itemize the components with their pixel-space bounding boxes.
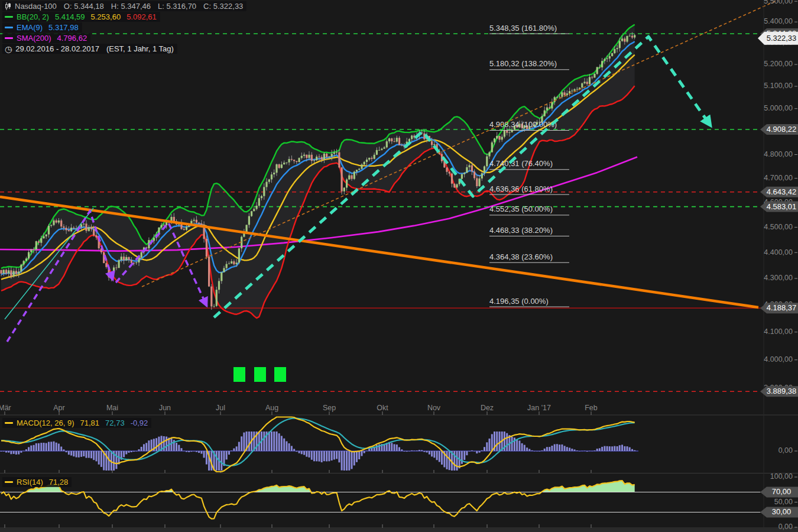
candle — [70, 228, 72, 231]
candle — [358, 169, 360, 170]
green-square-drawing[interactable] — [254, 367, 266, 382]
fib-level-label: 4.908,34 (100.00%) — [489, 120, 557, 129]
candle — [265, 182, 267, 187]
candle — [481, 173, 483, 179]
candle — [326, 154, 327, 157]
macd-histogram-bar — [181, 448, 183, 451]
sma-indicator-row[interactable]: SMA(200) 4.796,62 — [2, 33, 90, 43]
macd-histogram-bar — [609, 446, 611, 451]
macd-histogram-bar — [621, 445, 623, 451]
candle — [338, 153, 340, 168]
price-line-badge[interactable]: 4.188,37 — [760, 303, 798, 313]
macd-histogram-bar — [301, 451, 303, 454]
candle — [634, 35, 635, 37]
macd-histogram-bar — [133, 451, 135, 452]
macd-histogram-bar — [479, 451, 481, 453]
macd-histogram-bar — [125, 451, 127, 455]
candle — [596, 67, 598, 74]
green-square-drawing[interactable] — [233, 367, 245, 382]
candle — [386, 141, 388, 147]
macd-histogram-bar — [491, 434, 493, 451]
candle — [593, 74, 595, 77]
macd-histogram-bar — [433, 451, 435, 458]
symbol-row[interactable]: Nasdaq-100 O: 5.344,18 H: 5.347,46 L: 5.… — [2, 1, 246, 11]
macd-histogram-bar — [178, 445, 180, 451]
macd-histogram-bar — [66, 451, 67, 452]
rsi-plot-area[interactable] — [0, 473, 764, 528]
candle — [564, 92, 566, 95]
timeline-scrollbar[interactable] — [0, 528, 798, 532]
macd-histogram-bar — [419, 450, 420, 451]
candle — [556, 97, 558, 98]
bb-indicator-row[interactable]: BB(20, 2) 5.414,59 5.253,60 5.092,61 — [2, 12, 160, 22]
macd-histogram-bar — [141, 447, 142, 451]
macd-histogram-bar — [346, 451, 348, 471]
macd-histogram-bar — [273, 432, 275, 451]
fib-level-label: 4.364,38 (23.60%) — [489, 252, 553, 261]
candle — [366, 160, 368, 162]
candle — [286, 163, 287, 163]
price-axis-label: 4.100,00 — [764, 327, 793, 336]
macd-histogram-bar — [196, 451, 197, 452]
macd-histogram-bar — [48, 442, 50, 452]
candle — [278, 164, 280, 168]
candle — [549, 108, 550, 109]
rsi-indicator-row[interactable]: RSI(14) 71,28 — [2, 477, 72, 487]
rsi-value: 71,28 — [49, 478, 69, 486]
macd-histogram-bar — [631, 449, 633, 451]
macd-histogram-bar — [624, 446, 625, 451]
macd-histogram-bar — [278, 433, 280, 451]
macd-histogram-bar — [183, 451, 185, 452]
green-square-drawing[interactable] — [274, 367, 286, 382]
macd-histogram-bar — [436, 451, 438, 460]
macd-histogram-bar — [128, 451, 130, 453]
price-line-badge[interactable]: 3.889,38 — [760, 386, 798, 397]
candle — [451, 174, 453, 184]
candle — [5, 270, 7, 274]
rsi-level-badge[interactable]: 70,00 — [760, 487, 798, 498]
candle — [463, 173, 465, 174]
candle — [449, 172, 450, 174]
rsi-level-badge[interactable]: 30,00 — [760, 507, 798, 518]
price-line-badge[interactable]: 4.908,22 — [760, 124, 798, 135]
macd-histogram-bar — [328, 451, 330, 461]
candle — [141, 252, 142, 258]
price-line-badge[interactable]: 4.643,42 — [760, 187, 798, 197]
macd-histogram-bar — [63, 449, 64, 451]
macd-histogram-bar — [461, 451, 463, 464]
macd-indicator-row[interactable]: MACD(12, 26, 9) 71,81 72,73 -0,92 — [2, 418, 151, 428]
candle — [88, 227, 90, 231]
candle — [586, 82, 588, 84]
candlestick-icon — [5, 2, 11, 10]
candle — [619, 41, 621, 48]
candle — [296, 161, 297, 163]
month-label: Feb — [585, 404, 598, 412]
candle — [73, 228, 74, 228]
candle — [128, 257, 129, 260]
candle — [301, 156, 303, 158]
candle — [223, 268, 225, 273]
macd-histogram-bar — [148, 440, 150, 451]
candle — [248, 216, 250, 225]
macd-histogram-bar — [30, 446, 32, 451]
ema-indicator-row[interactable]: EMA(9) 5.317,98 — [2, 22, 82, 33]
macd-histogram-bar — [306, 451, 307, 457]
macd-histogram-bar — [496, 432, 498, 451]
month-label: Nov — [427, 404, 441, 412]
candle — [288, 159, 290, 163]
macd-histogram-bar — [408, 451, 410, 452]
candle — [261, 196, 262, 199]
candle — [83, 223, 85, 224]
candle — [35, 241, 37, 249]
candle — [446, 167, 447, 172]
macd-histogram-bar — [534, 451, 536, 452]
candle — [153, 238, 155, 241]
current-price-badge[interactable]: 5.322,33 — [758, 32, 798, 45]
macd-histogram-bar — [549, 447, 550, 451]
price-line-badge[interactable]: 4.583,01 — [760, 202, 798, 212]
macd-histogram-bar — [43, 443, 45, 451]
macd-histogram-bar — [571, 449, 573, 451]
macd-histogram-bar — [617, 446, 618, 451]
macd-histogram-bar — [396, 445, 398, 451]
macd-histogram-bar — [145, 443, 147, 451]
